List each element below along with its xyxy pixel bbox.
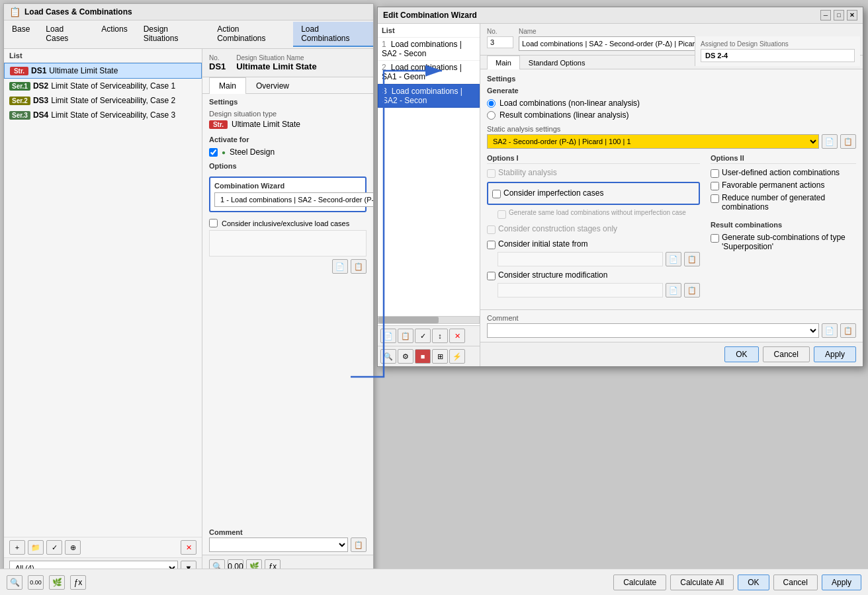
construction-stages-checkbox[interactable] bbox=[487, 225, 496, 234]
ok-btn[interactable]: OK bbox=[738, 575, 769, 590]
modal-close-btn[interactable]: ✕ bbox=[847, 10, 857, 20]
list-add-btn[interactable]: 📄 bbox=[380, 329, 396, 343]
copy-btn[interactable]: ⊕ bbox=[65, 540, 81, 555]
consider-inclusive-label: Consider inclusive/exclusive load cases bbox=[222, 219, 349, 227]
menu-design-situations[interactable]: Design Situations bbox=[136, 22, 209, 47]
modal-apply-btn[interactable]: Apply bbox=[814, 346, 856, 362]
list-grid-btn[interactable]: ⊞ bbox=[432, 349, 448, 364]
initial-state-copy-btn[interactable]: 📋 bbox=[684, 252, 700, 266]
static-analysis-select[interactable]: SA2 - Second-order (P-Δ) | Picard | 100 … bbox=[487, 134, 819, 149]
initial-state-checkbox[interactable] bbox=[487, 241, 496, 249]
tab-overview[interactable]: Overview bbox=[246, 77, 299, 94]
modal-list-item-3[interactable]: 3 Load combinations | SA2 - Secon bbox=[378, 84, 480, 108]
cancel-btn[interactable]: Cancel bbox=[773, 575, 818, 590]
no-label: No. bbox=[209, 54, 226, 61]
options-ii-title: Options II bbox=[711, 154, 856, 164]
stability-analysis-label: Stability analysis bbox=[498, 168, 557, 177]
user-defined-checkbox[interactable] bbox=[711, 169, 719, 178]
modal-comment-select[interactable] bbox=[487, 323, 819, 338]
list-check-btn[interactable]: ✓ bbox=[415, 329, 431, 343]
generate-title: Generate bbox=[487, 87, 856, 95]
consider-imperfection-checkbox[interactable] bbox=[492, 190, 501, 198]
static-copy-btn[interactable]: 📋 bbox=[840, 134, 856, 149]
list-move-btn[interactable]: ↕ bbox=[432, 329, 448, 343]
badge-str: Str. bbox=[10, 67, 28, 75]
form-no: 3 bbox=[487, 36, 513, 48]
modal-comment-section: Comment 📄 📋 bbox=[480, 309, 863, 342]
modal-body: List 1 Load combinations | SA2 - Secon 2… bbox=[378, 24, 863, 366]
ds1-id: DS1 bbox=[31, 66, 46, 75]
bottom-stats-btn[interactable]: 0.00 bbox=[28, 575, 44, 590]
stability-analysis-checkbox[interactable] bbox=[487, 169, 496, 178]
consider-inclusive-checkbox[interactable] bbox=[209, 219, 218, 227]
modal-list-item-2[interactable]: 2 Load combinations | SA1 - Geom bbox=[378, 61, 480, 84]
list-item-ds1[interactable]: Str. DS1 Ultimate Limit State bbox=[4, 63, 202, 79]
options-title: Options bbox=[202, 162, 373, 170]
comment-section: Comment 📋 bbox=[209, 528, 367, 552]
list-filter-btn[interactable]: ⚙ bbox=[398, 349, 413, 364]
inclusive-add-btn[interactable]: 📄 bbox=[332, 259, 348, 274]
modal-comment-btn[interactable]: 📄 bbox=[822, 323, 838, 338]
modal-list-item-1[interactable]: 1 Load combinations | SA2 - Secon bbox=[378, 38, 480, 61]
ds2-id: DS2 bbox=[33, 81, 48, 91]
menu-load-combinations[interactable]: Load Combinations bbox=[293, 22, 373, 47]
structure-mod-checkbox[interactable] bbox=[487, 272, 496, 280]
ds4-label: Limit State of Serviceability, Case 3 bbox=[51, 110, 175, 120]
modal-list-scrollbar[interactable] bbox=[378, 316, 480, 324]
superposition-label: Generate sub-combinations of type 'Super… bbox=[722, 233, 856, 251]
menu-load-cases[interactable]: Load Cases bbox=[38, 22, 93, 47]
menu-actions[interactable]: Actions bbox=[93, 22, 135, 47]
reduce-number-checkbox[interactable] bbox=[711, 194, 719, 203]
modal-tab-standard[interactable]: Standard Options bbox=[520, 56, 594, 69]
check-btn[interactable]: ✓ bbox=[46, 540, 62, 555]
steel-design-checkbox[interactable] bbox=[209, 148, 218, 157]
modal-title: Edit Combination Wizard bbox=[383, 11, 477, 20]
menu-action-combinations[interactable]: Action Combinations bbox=[209, 22, 293, 47]
delete-btn[interactable]: ✕ bbox=[181, 540, 196, 555]
calculate-btn[interactable]: Calculate bbox=[613, 575, 666, 590]
superposition-checkbox[interactable] bbox=[711, 234, 719, 243]
modal-maximize-btn[interactable]: □ bbox=[834, 10, 844, 20]
initial-state-new-btn[interactable]: 📄 bbox=[666, 252, 681, 266]
add-btn[interactable]: + bbox=[9, 540, 25, 555]
assigned-label: Assigned to Design Situations bbox=[701, 40, 855, 48]
modal-cancel-btn[interactable]: Cancel bbox=[763, 346, 810, 362]
list-copy-btn[interactable]: 📋 bbox=[398, 329, 413, 343]
ds2-label: Limit State of Serviceability, Case 1 bbox=[51, 81, 175, 91]
list-search-btn[interactable]: 🔍 bbox=[380, 349, 396, 364]
tab-main[interactable]: Main bbox=[209, 77, 246, 94]
combination-wizard-select[interactable]: 1 - Load combinations | SA2 - Second-ord… bbox=[214, 192, 373, 207]
favorable-permanent-checkbox[interactable] bbox=[711, 182, 719, 190]
calculate-all-btn[interactable]: Calculate All bbox=[670, 575, 734, 590]
list-delete-btn[interactable]: ✕ bbox=[449, 329, 465, 343]
menu-base[interactable]: Base bbox=[4, 22, 38, 47]
structure-new-btn[interactable]: 📄 bbox=[666, 283, 681, 298]
imperfection-box: Consider imperfection cases bbox=[487, 182, 700, 205]
modal-comment-copy-btn[interactable]: 📋 bbox=[840, 323, 856, 338]
folder-btn[interactable]: 📁 bbox=[28, 540, 44, 555]
bottom-search-btn[interactable]: 🔍 bbox=[7, 575, 22, 590]
generate-same-checkbox[interactable] bbox=[498, 210, 506, 219]
green-dot: ● bbox=[222, 149, 226, 156]
list-item-ds2[interactable]: Ser.1 DS2 Limit State of Serviceability,… bbox=[4, 79, 202, 93]
modal-ok-btn[interactable]: OK bbox=[724, 346, 758, 362]
modal-tab-main[interactable]: Main bbox=[487, 56, 520, 69]
generate-radio-linear[interactable] bbox=[487, 111, 496, 120]
apply-btn[interactable]: Apply bbox=[822, 575, 861, 590]
bottom-tree-btn[interactable]: 🌿 bbox=[49, 575, 65, 590]
static-new-btn[interactable]: 📄 bbox=[822, 134, 838, 149]
list-item-ds4[interactable]: Ser.3 DS4 Limit State of Serviceability,… bbox=[4, 108, 202, 122]
modal-minimize-btn[interactable]: ─ bbox=[820, 10, 831, 20]
generate-radio-nonlinear[interactable] bbox=[487, 99, 496, 108]
bottom-formula-btn[interactable]: ƒx bbox=[70, 575, 86, 590]
assigned-panel: Assigned to Design Situations DS 2-4 bbox=[695, 36, 860, 66]
inclusive-copy-btn[interactable]: 📋 bbox=[351, 259, 367, 274]
list-item-ds3[interactable]: Ser.2 DS3 Limit State of Serviceability,… bbox=[4, 93, 202, 108]
list-color-btn[interactable]: ■ bbox=[415, 349, 431, 364]
comment-btn[interactable]: 📋 bbox=[351, 537, 367, 552]
badge-ser3: Ser.3 bbox=[9, 111, 30, 120]
structure-copy-btn[interactable]: 📋 bbox=[684, 283, 700, 298]
options-i-title: Options I bbox=[487, 154, 700, 164]
comment-input[interactable] bbox=[209, 537, 348, 552]
list-extra-btn[interactable]: ⚡ bbox=[449, 349, 465, 364]
